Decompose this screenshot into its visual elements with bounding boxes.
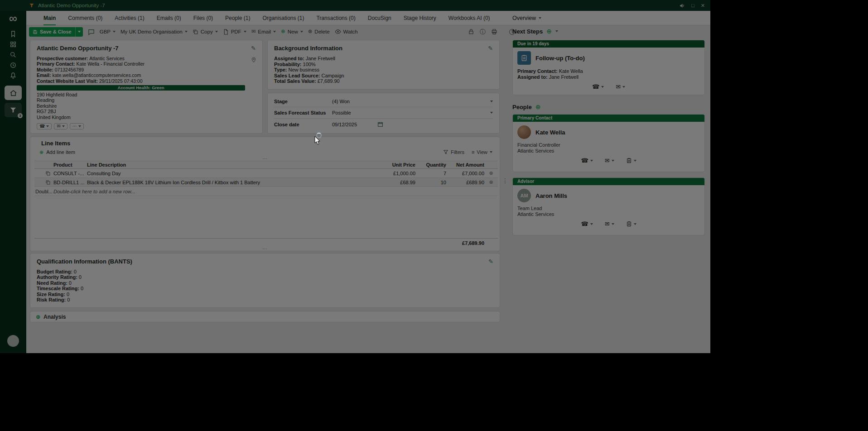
app-window: Atlantic Demo Opportunity -7 3 Main Comm… xyxy=(0,0,710,353)
mouse-cursor xyxy=(314,136,321,145)
loading-overlay xyxy=(0,0,710,353)
